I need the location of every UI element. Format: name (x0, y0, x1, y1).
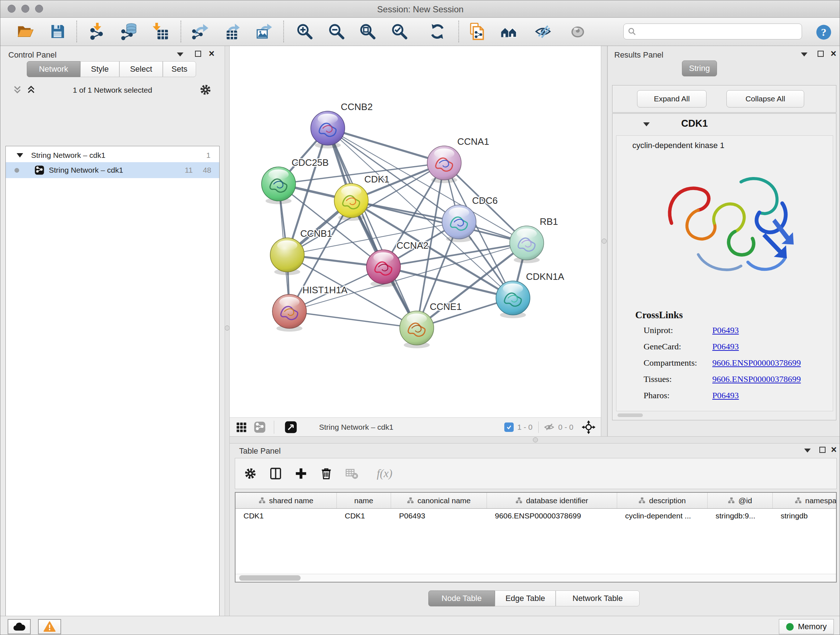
hscroll-thumb[interactable] (239, 575, 301, 581)
panel-close-icon[interactable]: × (831, 447, 837, 453)
network-edge[interactable] (328, 128, 444, 163)
export-table-button[interactable] (222, 21, 242, 42)
column-header-namespace[interactable]: namespace (773, 493, 837, 508)
network-row-selected[interactable]: String Network – cdk1 11 48 (6, 162, 219, 178)
save-session-button[interactable] (47, 21, 68, 42)
show-all-button[interactable] (568, 21, 588, 42)
vertical-splitter[interactable] (225, 46, 230, 616)
results-hscroll-thumb[interactable] (617, 413, 643, 417)
tab-string[interactable]: String (682, 60, 717, 76)
network-canvas[interactable]: CCNB2CCNA1CDC25BCDK1CDC6RB1CCNB1CCNA2CDK… (230, 46, 601, 417)
network-node-rb1[interactable]: RB1 (510, 216, 558, 263)
network-node-cdc6[interactable]: CDC6 (442, 195, 498, 242)
gear-icon[interactable] (199, 83, 212, 97)
vertical-splitter[interactable] (601, 46, 607, 436)
network-edge[interactable] (328, 128, 417, 328)
memory-button[interactable]: Memory (779, 619, 834, 634)
panel-close-icon[interactable]: × (209, 51, 215, 57)
collapse-section-icon[interactable] (643, 122, 650, 126)
column-header-database-identifier[interactable]: database identifier (487, 493, 617, 508)
network-node-hist1h1a[interactable]: HIST1H1A (272, 285, 347, 332)
tab-node-table[interactable]: Node Table (428, 591, 495, 606)
collapse-all-button[interactable]: Collapse All (726, 90, 804, 108)
node-label: CCNB2 (341, 101, 373, 112)
column-header-description[interactable]: description (617, 493, 707, 508)
crosslink-link[interactable]: 9606.ENSP00000378699 (712, 358, 801, 368)
tab-sets[interactable]: Sets (163, 61, 196, 77)
zoom-fit-button[interactable] (357, 21, 377, 42)
table-row[interactable]: CDK1CDK1P064939606.ENSP00000378699cyclin… (235, 509, 836, 523)
expand-all-button[interactable]: Expand All (637, 90, 706, 108)
search-input[interactable] (636, 27, 791, 36)
selected-checkbox-icon[interactable] (504, 423, 514, 432)
column-header-label: canonical name (417, 496, 471, 505)
export-image-button[interactable] (254, 21, 274, 42)
horizontal-splitter[interactable] (230, 436, 840, 443)
tab-select[interactable]: Select (119, 61, 163, 77)
tab-edge-table[interactable]: Edge Table (495, 591, 556, 606)
fit-crosshair-icon[interactable] (581, 420, 596, 434)
collapse-tree-icon[interactable] (17, 153, 23, 157)
splitter-handle[interactable] (533, 437, 538, 442)
table-cell[interactable]: cyclin-dependent ... (617, 509, 707, 523)
column-header--id[interactable]: @id (707, 493, 773, 508)
network-node-cdk1[interactable]: CDK1 (334, 174, 389, 221)
panel-close-icon[interactable]: × (831, 51, 836, 57)
panel-float-icon[interactable] (819, 447, 826, 453)
splitter-handle[interactable] (225, 325, 230, 331)
network-collection-row[interactable]: String Network – cdk1 1 (6, 149, 219, 162)
create-column-button[interactable] (291, 463, 311, 484)
apply-layout-button[interactable] (427, 21, 447, 42)
import-table-button[interactable] (151, 21, 171, 42)
network-edge[interactable] (289, 311, 417, 328)
table-hscrollbar[interactable] (235, 574, 836, 582)
column-header-name[interactable]: name (337, 493, 391, 508)
grid-view-icon[interactable] (235, 421, 247, 433)
table-cell[interactable]: P06493 (391, 509, 487, 523)
delete-column-button[interactable] (316, 463, 336, 484)
table-cell[interactable]: CDK1 (337, 509, 391, 523)
panel-menu-icon[interactable] (804, 448, 811, 453)
first-neighbors-button[interactable] (499, 21, 519, 42)
zoom-out-button[interactable] (326, 21, 346, 42)
show-columns-button[interactable] (265, 463, 286, 484)
crosslink-link[interactable]: P06493 (712, 325, 739, 335)
hide-selected-button[interactable] (533, 21, 553, 42)
cloud-status-button[interactable] (8, 619, 31, 634)
warnings-button[interactable] (38, 619, 61, 634)
splitter-handle[interactable] (602, 239, 607, 244)
birds-eye-view-icon[interactable] (284, 421, 297, 434)
table-cell[interactable]: stringdb (773, 509, 837, 523)
table-cell[interactable]: stringdb:9... (707, 509, 773, 523)
zoom-in-button[interactable] (294, 21, 314, 42)
tab-network[interactable]: Network (27, 61, 80, 77)
crosslink-link[interactable]: P06493 (712, 391, 739, 401)
export-network-button[interactable] (190, 21, 210, 42)
table-settings-button[interactable] (240, 463, 261, 484)
import-network-button[interactable] (87, 21, 107, 42)
table-cell[interactable]: 9606.ENSP00000378699 (487, 509, 617, 523)
zoom-selected-button[interactable] (389, 21, 409, 42)
delete-table-button[interactable] (341, 463, 362, 484)
network-from-selection-button[interactable] (467, 21, 487, 42)
tab-network-table[interactable]: Network Table (556, 591, 639, 606)
panel-menu-icon[interactable] (177, 52, 183, 57)
tab-style[interactable]: Style (80, 61, 119, 77)
function-builder-button[interactable]: f(x) (368, 463, 401, 484)
panel-menu-icon[interactable] (801, 52, 807, 57)
import-network-from-database-button[interactable] (119, 21, 139, 42)
column-header-shared-name[interactable]: shared name (235, 493, 337, 508)
panel-float-icon[interactable] (818, 51, 824, 57)
network-view-share-icon[interactable] (254, 421, 266, 433)
column-header-label: namespace (805, 496, 837, 505)
crosslink-link[interactable]: P06493 (712, 342, 739, 352)
help-button[interactable]: ? (813, 22, 834, 42)
network-node-ccne1[interactable]: CCNE1 (400, 301, 462, 348)
network-edge[interactable] (289, 243, 527, 311)
crosslink-link[interactable]: 9606.ENSP00000378699 (712, 374, 801, 384)
panel-float-icon[interactable] (195, 51, 201, 57)
network-node-cdkn1a[interactable]: CDKN1A (496, 271, 564, 318)
table-cell[interactable]: CDK1 (235, 509, 337, 523)
open-session-button[interactable] (15, 21, 35, 42)
column-header-canonical-name[interactable]: canonical name (391, 493, 487, 508)
